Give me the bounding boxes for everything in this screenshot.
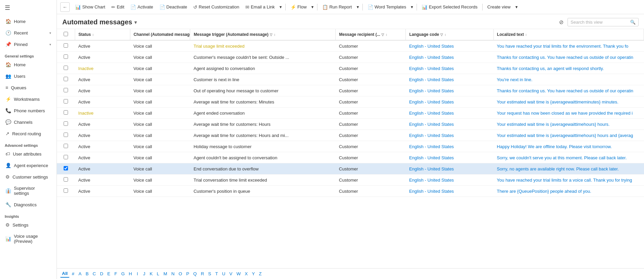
row-checkbox[interactable] bbox=[64, 110, 68, 115]
alpha-nav-button[interactable]: F bbox=[113, 270, 119, 277]
row-localized-text[interactable]: Your estimated wait time is {averagewait… bbox=[493, 96, 644, 108]
alpha-nav-button[interactable]: R bbox=[199, 270, 206, 277]
sidebar-item-supervisor-settings[interactable]: 👔 Supervisor settings bbox=[1, 183, 55, 199]
sidebar-item-agent-experience[interactable]: 👤 Agent experience bbox=[1, 160, 55, 171]
activate-button[interactable]: 📄 Activate bbox=[128, 3, 156, 11]
row-localized-text[interactable]: Sorry, no agents are available right now… bbox=[493, 163, 644, 175]
alpha-nav-button[interactable]: C bbox=[91, 270, 98, 277]
alpha-nav-button[interactable]: # bbox=[70, 270, 76, 277]
alpha-nav-button[interactable]: Y bbox=[250, 270, 257, 277]
show-chart-button[interactable]: 📊 Show Chart bbox=[72, 3, 108, 11]
row-localized-text[interactable]: You have reached your trial limits for a… bbox=[493, 175, 644, 186]
row-localized-text[interactable]: Happy Holiday! We are offline today. Ple… bbox=[493, 141, 644, 152]
row-language[interactable]: English - United States bbox=[406, 141, 493, 152]
alpha-nav-button[interactable]: V bbox=[228, 270, 234, 277]
row-trigger[interactable]: Trial usage limit exceeded bbox=[190, 40, 336, 52]
row-trigger[interactable]: Customer's message couldn't be sent: Out… bbox=[190, 52, 336, 63]
sidebar-item-workstreams[interactable]: ⚡ Workstreams bbox=[1, 94, 55, 104]
filter-button[interactable]: ⊘ bbox=[558, 18, 565, 27]
search-input[interactable] bbox=[571, 20, 628, 25]
row-trigger[interactable]: Average wait time for customers: Minutes bbox=[190, 96, 336, 108]
row-localized-text[interactable]: Thanks for contacting us. You have reach… bbox=[493, 52, 644, 63]
row-checkbox[interactable] bbox=[64, 43, 68, 48]
sort-icon[interactable]: ↕ bbox=[92, 33, 94, 37]
row-trigger[interactable]: Customer is next in line bbox=[190, 74, 336, 85]
row-trigger[interactable]: Average wait time for customers: Hours a… bbox=[190, 130, 336, 141]
filter-icon[interactable]: ▽ bbox=[270, 33, 272, 37]
row-localized-text[interactable]: You're next in line. bbox=[493, 74, 644, 85]
alpha-nav-button[interactable]: H bbox=[127, 270, 134, 277]
alpha-nav-button[interactable]: I bbox=[134, 270, 140, 277]
alpha-nav-button[interactable]: S bbox=[206, 270, 213, 277]
sort-icon[interactable]: ↕ bbox=[444, 33, 446, 37]
row-language[interactable]: English - United States bbox=[406, 40, 493, 52]
create-view-dropdown[interactable]: ▾ bbox=[514, 3, 519, 11]
row-checkbox[interactable] bbox=[64, 144, 68, 148]
row-language[interactable]: English - United States bbox=[406, 96, 493, 108]
edit-button[interactable]: ✏ Edit bbox=[109, 3, 127, 11]
row-localized-text[interactable]: Thanks for contacting us, an agent will … bbox=[493, 63, 644, 74]
sidebar-item-record-routing[interactable]: ↗ Record routing bbox=[1, 128, 55, 139]
row-checkbox[interactable] bbox=[64, 177, 68, 182]
row-localized-text[interactable]: Your estimated wait time is {averagewait… bbox=[493, 119, 644, 130]
sort-icon[interactable]: ↕ bbox=[385, 33, 387, 37]
row-language[interactable]: English - United States bbox=[406, 175, 493, 186]
sidebar-item-home[interactable]: 🏠 Home bbox=[1, 59, 55, 70]
alpha-nav-button[interactable]: All bbox=[60, 270, 69, 278]
sidebar-item-settings[interactable]: ⚙ Settings bbox=[1, 219, 55, 230]
row-language[interactable]: English - United States bbox=[406, 74, 493, 85]
row-checkbox[interactable] bbox=[64, 188, 68, 193]
alpha-nav-button[interactable]: A bbox=[77, 270, 83, 277]
row-language[interactable]: English - United States bbox=[406, 85, 493, 96]
flow-button[interactable]: ⚡ Flow bbox=[288, 3, 309, 11]
deactivate-button[interactable]: 📄 Deactivate bbox=[157, 3, 190, 11]
alpha-nav-button[interactable]: T bbox=[214, 270, 220, 277]
create-view-button[interactable]: Create view bbox=[485, 3, 513, 11]
alpha-nav-button[interactable]: D bbox=[98, 270, 105, 277]
row-checkbox[interactable] bbox=[64, 155, 68, 159]
sort-icon[interactable]: ↕ bbox=[525, 33, 527, 37]
row-trigger[interactable]: Trial conversation time limit exceeded bbox=[190, 175, 336, 186]
row-language[interactable]: English - United States bbox=[406, 52, 493, 63]
alpha-nav-button[interactable]: P bbox=[184, 270, 191, 277]
alpha-nav-button[interactable]: M bbox=[162, 270, 169, 277]
row-language[interactable]: English - United States bbox=[406, 119, 493, 130]
run-report-dropdown[interactable]: ▾ bbox=[355, 3, 360, 11]
select-all-checkbox[interactable] bbox=[64, 32, 68, 36]
row-localized-text[interactable]: Your request has now been closed as we h… bbox=[493, 108, 644, 119]
sidebar-item-home-top[interactable]: 🏠 Home bbox=[1, 16, 55, 27]
alpha-nav-button[interactable]: X bbox=[243, 270, 249, 277]
row-trigger[interactable]: End conversation due to overflow bbox=[190, 163, 336, 175]
word-templates-dropdown[interactable]: ▾ bbox=[409, 3, 415, 11]
row-trigger[interactable]: Agent assigned to conversation bbox=[190, 63, 336, 74]
row-localized-text[interactable]: Your estimated wait time is {averagewait… bbox=[493, 130, 644, 141]
sidebar-item-diagnostics[interactable]: 🔧 Diagnostics bbox=[1, 199, 55, 210]
sidebar-item-channels[interactable]: 💬 Channels bbox=[1, 117, 55, 127]
sidebar-item-voice-usage[interactable]: 📊 Voice usage (Preview) bbox=[1, 231, 55, 247]
sidebar-item-pinned[interactable]: 📌 Pinned ▾ bbox=[1, 39, 55, 50]
email-link-button[interactable]: ✉ Email a Link bbox=[243, 3, 277, 11]
sidebar-item-phone-numbers[interactable]: 📞 Phone numbers bbox=[1, 105, 55, 116]
row-language[interactable]: English - United States bbox=[406, 186, 493, 197]
alpha-nav-button[interactable]: W bbox=[235, 270, 243, 277]
row-checkbox[interactable] bbox=[64, 121, 68, 126]
alpha-nav-button[interactable]: U bbox=[220, 270, 227, 277]
alpha-nav-button[interactable]: G bbox=[119, 270, 126, 277]
alpha-nav-button[interactable]: Q bbox=[192, 270, 198, 277]
title-dropdown-icon[interactable]: ▾ bbox=[134, 20, 137, 25]
reset-customization-button[interactable]: ↺ Reset Customization bbox=[191, 3, 242, 11]
filter-icon[interactable]: ▽ bbox=[440, 33, 443, 37]
row-checkbox[interactable] bbox=[64, 99, 68, 103]
alpha-nav-button[interactable]: E bbox=[106, 270, 112, 277]
run-report-button[interactable]: 📋 Run Report bbox=[319, 3, 354, 11]
row-checkbox[interactable] bbox=[64, 133, 68, 137]
sidebar-item-customer-settings[interactable]: ⚙ Customer settings bbox=[1, 171, 55, 182]
row-language[interactable]: English - United States bbox=[406, 63, 493, 74]
back-button[interactable]: ← bbox=[60, 2, 70, 12]
sidebar-item-queues[interactable]: ≡ Queues bbox=[1, 82, 55, 93]
filter-icon[interactable]: ▽ bbox=[381, 33, 384, 37]
row-localized-text[interactable]: Sorry, we couldn't serve you at this mom… bbox=[493, 152, 644, 163]
alpha-nav-button[interactable]: K bbox=[148, 270, 154, 277]
sort-icon[interactable]: ↕ bbox=[274, 33, 275, 37]
sidebar-item-users[interactable]: 👥 Users bbox=[1, 71, 55, 82]
